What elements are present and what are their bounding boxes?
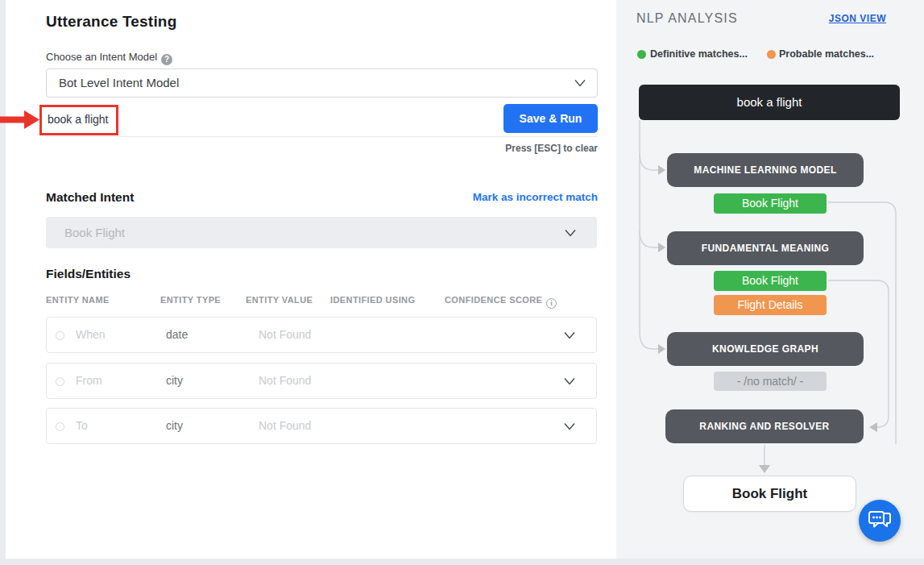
definitive-dot-icon: [637, 50, 646, 59]
entity-value: Not Found: [259, 318, 311, 352]
result-badge-no-match: - /no match/ -: [714, 372, 827, 391]
entity-value: Not Found: [259, 364, 311, 398]
stage-machine-learning: MACHINE LEARNING MODEL: [667, 153, 864, 187]
legend-definitive: Definitive matches...: [650, 48, 748, 60]
intent-model-value: Bot Level Intent Model: [59, 69, 179, 97]
entity-bullet-icon: [56, 422, 64, 431]
result-badge-definitive: Book Flight: [714, 271, 827, 291]
json-view-link[interactable]: JSON VIEW: [806, 13, 886, 24]
intent-model-label: Choose an Intent Model?: [46, 51, 172, 65]
chevron-down-icon: [565, 229, 576, 236]
stage-ranking-resolver: RANKING AND RESOLVER: [665, 409, 864, 443]
col-entity-value: ENTITY VALUE: [246, 295, 313, 305]
entity-type: date: [166, 318, 188, 352]
entity-row-from[interactable]: From city Not Found: [46, 363, 597, 399]
col-entity-type: ENTITY TYPE: [160, 295, 221, 305]
entity-name: When: [76, 318, 106, 352]
entity-type: city: [166, 409, 183, 443]
chat-bubbles-icon: [859, 509, 901, 532]
info-icon[interactable]: i: [546, 298, 557, 309]
chevron-down-icon: [574, 80, 586, 87]
probable-dot-icon: [767, 50, 776, 59]
matched-intent-select[interactable]: Book Flight: [46, 217, 597, 248]
entity-type: city: [166, 364, 183, 398]
result-badge-definitive: Book Flight: [714, 193, 827, 214]
intent-model-select[interactable]: Bot Level Intent Model: [46, 69, 598, 98]
entity-value: Not Found: [259, 409, 311, 443]
entity-row-to[interactable]: To city Not Found: [46, 408, 597, 444]
entity-name: From: [76, 364, 102, 398]
help-icon[interactable]: ?: [161, 54, 172, 65]
final-result-box: Book Flight: [683, 476, 856, 512]
esc-hint: Press [ESC] to clear: [46, 143, 598, 154]
entity-name: To: [76, 409, 88, 443]
page-title: Utterance Testing: [46, 13, 176, 31]
entity-bullet-icon: [56, 331, 64, 340]
entity-row-when[interactable]: When date Not Found: [46, 317, 597, 353]
save-run-button[interactable]: Save & Run: [503, 104, 598, 133]
chevron-down-icon[interactable]: [564, 331, 575, 339]
matched-intent-value: Book Flight: [64, 217, 125, 248]
nlp-utterance-box: book a flight: [639, 85, 900, 120]
nlp-analysis-title: NLP ANALYSIS: [636, 11, 738, 26]
entity-bullet-icon: [56, 377, 64, 386]
legend-probable: Probable matches...: [779, 48, 874, 60]
stage-fundamental-meaning: FUNDAMENTAL MEANING: [667, 231, 864, 265]
col-entity-name: ENTITY NAME: [46, 295, 110, 305]
input-underline: [46, 136, 598, 137]
chevron-down-icon[interactable]: [564, 377, 575, 384]
mark-incorrect-link[interactable]: Mark as incorrect match: [403, 191, 598, 203]
chat-widget-button[interactable]: [859, 500, 901, 542]
stage-knowledge-graph: KNOWLEDGE GRAPH: [667, 332, 864, 366]
result-badge-probable: Flight Details: [714, 295, 827, 315]
fields-entities-title: Fields/Entities: [46, 267, 131, 281]
utterance-input[interactable]: [46, 107, 497, 131]
col-identified-using: IDENTIFIED USING: [330, 295, 415, 305]
chevron-down-icon[interactable]: [564, 422, 575, 430]
matched-intent-title: Matched Intent: [46, 190, 134, 205]
col-confidence-score: CONFIDENCE SCOREi: [445, 295, 557, 309]
